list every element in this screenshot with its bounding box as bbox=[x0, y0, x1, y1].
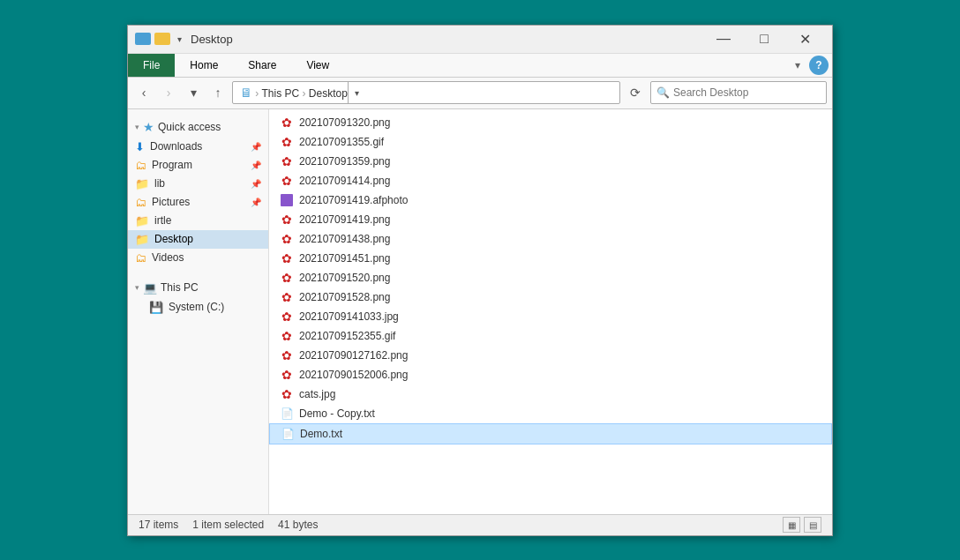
file-name: 202107091520.png bbox=[299, 272, 390, 284]
details-view-button[interactable]: ▦ bbox=[783, 517, 800, 533]
list-item[interactable]: ✿202107090152006.png bbox=[269, 365, 832, 385]
file-explorer-window: ▾ Desktop — □ ✕ File Home Share View ▾ ?… bbox=[127, 25, 833, 536]
tab-file[interactable]: File bbox=[128, 54, 175, 77]
address-path[interactable]: 🖥 › This PC › Desktop ▾ bbox=[232, 81, 620, 104]
file-name: Demo - Copy.txt bbox=[299, 407, 375, 420]
dropdown-arrow-icon[interactable]: ▾ bbox=[177, 34, 182, 44]
path-desktop[interactable]: Desktop bbox=[309, 87, 348, 100]
sidebar-item-system-c-label: System (C:) bbox=[169, 301, 224, 313]
tab-view[interactable]: View bbox=[291, 54, 344, 77]
list-item[interactable]: 📄Demo.txt bbox=[269, 423, 832, 444]
maximize-button[interactable]: □ bbox=[744, 25, 784, 53]
refresh-button[interactable]: ⟳ bbox=[624, 81, 647, 104]
programs-folder-icon: 🗂 bbox=[135, 159, 146, 172]
forward-button[interactable]: › bbox=[158, 82, 179, 103]
this-pc-header[interactable]: ▾ 💻 This PC bbox=[128, 278, 268, 298]
path-this-pc[interactable]: This PC bbox=[261, 87, 299, 100]
list-item[interactable]: 202107091419.afphoto bbox=[269, 190, 832, 210]
sidebar-item-system-c[interactable]: 💾 System (C:) bbox=[128, 298, 268, 317]
sidebar: ▾ ★ Quick access ⬇ Downloads 📌 🗂 Program… bbox=[128, 109, 269, 514]
pc-folder-icon: 🖥 bbox=[240, 86, 252, 100]
image-file-icon: ✿ bbox=[280, 154, 294, 168]
path-separator-2: › bbox=[303, 87, 309, 100]
sidebar-item-pictures[interactable]: 🗂 Pictures 📌 bbox=[128, 193, 268, 212]
list-item[interactable]: ✿202107091320.png bbox=[269, 113, 832, 132]
back-button[interactable]: ‹ bbox=[133, 82, 154, 103]
sidebar-item-videos[interactable]: 🗂 Videos bbox=[128, 249, 268, 267]
recent-locations-button[interactable]: ▾ bbox=[183, 82, 204, 103]
list-item[interactable]: ✿cats.jpg bbox=[269, 385, 832, 404]
search-input[interactable] bbox=[673, 86, 821, 99]
file-name: cats.jpg bbox=[299, 388, 335, 400]
search-icon: 🔍 bbox=[656, 86, 670, 99]
file-name: 202107091320.png bbox=[299, 116, 390, 129]
sidebar-item-pictures-label: Pictures bbox=[152, 196, 190, 208]
title-bar: ▾ Desktop — □ ✕ bbox=[128, 26, 832, 54]
up-button[interactable]: ↑ bbox=[207, 82, 229, 103]
quick-access-header[interactable]: ▾ ★ Quick access bbox=[128, 116, 268, 138]
sidebar-item-downloads-label: Downloads bbox=[150, 140, 202, 153]
list-item[interactable]: ✿202107091419.png bbox=[269, 210, 832, 229]
file-name: 20210709141033.jpg bbox=[299, 310, 399, 323]
pictures-folder-icon: 🗂 bbox=[135, 196, 146, 209]
list-item[interactable]: ✿202107091355.gif bbox=[269, 132, 832, 152]
pictures-pin-icon: 📌 bbox=[251, 198, 261, 207]
title-bar-icons: ▾ bbox=[135, 33, 185, 45]
star-icon: ★ bbox=[143, 120, 154, 134]
sidebar-item-irtle[interactable]: 📁 irtle bbox=[128, 212, 268, 230]
list-item[interactable]: 📄Demo - Copy.txt bbox=[269, 404, 832, 423]
list-item[interactable]: ✿202107091359.png bbox=[269, 152, 832, 171]
file-name: 202107091419.afphoto bbox=[299, 194, 408, 206]
status-bar: 17 items 1 item selected 41 bytes ▦ ▤ bbox=[128, 514, 832, 535]
list-item[interactable]: ✿20210709141033.jpg bbox=[269, 307, 832, 326]
file-name: 202107091359.png bbox=[299, 155, 390, 168]
lib-folder-icon: 📁 bbox=[135, 177, 149, 190]
ribbon-right: ▾ ? bbox=[790, 54, 832, 77]
image-file-icon: ✿ bbox=[280, 368, 294, 382]
image-file-icon: ✿ bbox=[280, 232, 294, 246]
path-chevron-icon[interactable]: ▾ bbox=[348, 81, 365, 104]
image-file-icon: ✿ bbox=[280, 290, 294, 304]
list-item[interactable]: ✿202107090127162.png bbox=[269, 346, 832, 365]
list-item[interactable]: ✿202107091451.png bbox=[269, 249, 832, 268]
status-left: 17 items 1 item selected 41 bytes bbox=[139, 519, 318, 531]
minimize-button[interactable]: — bbox=[703, 25, 744, 53]
tiles-view-button[interactable]: ▤ bbox=[804, 517, 821, 533]
file-size: 41 bytes bbox=[278, 519, 318, 531]
this-pc-expand-icon: ▾ bbox=[135, 283, 139, 292]
list-item[interactable]: ✿202107091528.png bbox=[269, 287, 832, 307]
file-name: 202107091451.png bbox=[299, 252, 390, 265]
sidebar-item-programs[interactable]: 🗂 Program 📌 bbox=[128, 156, 268, 175]
help-button[interactable]: ? bbox=[809, 56, 829, 75]
file-name: 202107091438.png bbox=[299, 233, 390, 245]
tab-home[interactable]: Home bbox=[175, 54, 233, 77]
drive-icon: 💾 bbox=[149, 301, 163, 314]
sidebar-item-downloads[interactable]: ⬇ Downloads 📌 bbox=[128, 138, 268, 156]
item-count: 17 items bbox=[139, 519, 178, 531]
sidebar-item-lib[interactable]: 📁 lib 📌 bbox=[128, 175, 268, 193]
list-item[interactable]: ✿202107091414.png bbox=[269, 171, 832, 190]
list-item[interactable]: ✿20210709152355.gif bbox=[269, 326, 832, 346]
ribbon: File Home Share View ▾ ? bbox=[128, 54, 832, 78]
sidebar-item-desktop[interactable]: 📁 Desktop bbox=[128, 230, 268, 249]
ribbon-tabs: File Home Share View ▾ ? bbox=[128, 54, 832, 77]
tab-share[interactable]: Share bbox=[233, 54, 291, 77]
programs-pin-icon: 📌 bbox=[251, 161, 261, 170]
list-item[interactable]: ✿202107091520.png bbox=[269, 268, 832, 287]
quick-access-label: Quick access bbox=[158, 121, 221, 133]
close-button[interactable]: ✕ bbox=[784, 25, 825, 53]
sidebar-item-lib-label: lib bbox=[154, 177, 165, 190]
title-folder-icon bbox=[154, 33, 170, 45]
screen-icon bbox=[135, 33, 151, 45]
file-name: 202107091419.png bbox=[299, 213, 390, 226]
image-file-icon: ✿ bbox=[280, 174, 294, 188]
status-right: ▦ ▤ bbox=[783, 517, 821, 533]
search-box[interactable]: 🔍 bbox=[650, 81, 827, 104]
list-item[interactable]: ✿202107091438.png bbox=[269, 229, 832, 249]
window-controls: — □ ✕ bbox=[703, 25, 825, 53]
file-name: Demo.txt bbox=[300, 428, 342, 440]
image-file-icon: ✿ bbox=[280, 271, 294, 285]
selected-info: 1 item selected bbox=[192, 519, 264, 531]
ribbon-collapse-icon[interactable]: ▾ bbox=[790, 56, 806, 75]
pin-icon: 📌 bbox=[251, 142, 261, 152]
